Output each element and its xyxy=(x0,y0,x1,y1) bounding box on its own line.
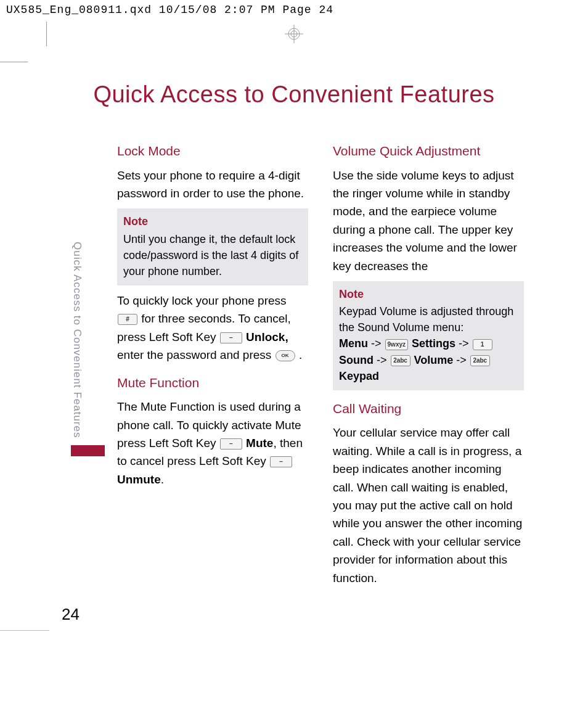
text-bold: Unlock, xyxy=(246,330,288,343)
left-soft-key-icon: – xyxy=(220,438,242,449)
column-right: Volume Quick Adjustment Use the side vol… xyxy=(333,133,524,593)
text-bold: Settings xyxy=(412,337,455,350)
note-label: Note xyxy=(123,213,302,229)
hash-key-icon: # xyxy=(118,314,137,325)
page-title: Quick Access to Convenient Features xyxy=(49,81,539,108)
heading-lock-mode: Lock Mode xyxy=(117,141,308,162)
side-tab: Quick Access to Convenient Features xyxy=(71,242,105,456)
key-2-icon: 2abc xyxy=(391,355,410,366)
para-lock-intro: Sets your phone to require a 4-digit pas… xyxy=(117,166,308,203)
left-soft-key-icon: – xyxy=(220,332,242,343)
left-soft-key-icon: – xyxy=(270,456,292,467)
para-mute: The Mute Function is used during a phone… xyxy=(117,398,308,488)
text: -> xyxy=(371,337,382,350)
key-9-icon: 9wxyz xyxy=(385,339,408,350)
note-box-lock: Note Until you change it, the default lo… xyxy=(117,208,308,285)
text: -> xyxy=(456,354,467,366)
prepress-header: UX585_Eng_080911.qxd 10/15/08 2:07 PM Pa… xyxy=(0,0,588,20)
text: To quickly lock your phone press xyxy=(117,294,287,307)
crop-rule xyxy=(0,630,49,631)
page-number: 24 xyxy=(62,605,80,624)
key-2-icon: 2abc xyxy=(470,355,490,366)
text-bold: Mute xyxy=(246,437,273,449)
text-bold: Keypad xyxy=(339,370,379,382)
text-bold: Sound xyxy=(339,354,374,366)
column-left: Lock Mode Sets your phone to require a 4… xyxy=(117,133,308,593)
key-1-icon: 1 xyxy=(473,339,492,350)
para-lock-howto: To quickly lock your phone press # for t… xyxy=(117,292,308,364)
para-volume: Use the side volume keys to adjust the r… xyxy=(333,166,524,276)
text: enter the password and press xyxy=(117,348,275,361)
note-box-volume: Note Keypad Volume is adjusted through t… xyxy=(333,281,524,390)
text: -> xyxy=(459,337,469,350)
side-tab-marker xyxy=(71,445,105,456)
note-body: Until you change it, the default lock co… xyxy=(123,233,298,277)
note-label: Note xyxy=(339,286,518,302)
heading-mute: Mute Function xyxy=(117,373,308,393)
text: . xyxy=(161,473,164,486)
text-bold: Volume xyxy=(414,354,454,366)
text-bold: Menu xyxy=(339,337,368,350)
text: . xyxy=(299,348,302,361)
note-body-line1: Keypad Volume is adjusted through the So… xyxy=(339,305,513,334)
heading-volume: Volume Quick Adjustment xyxy=(333,141,524,162)
heading-call-waiting: Call Waiting xyxy=(333,399,524,419)
text-bold: Unmute xyxy=(117,473,161,486)
text: -> xyxy=(377,354,387,366)
ok-key-icon: OK xyxy=(276,350,295,361)
para-call-waiting: Your cellular service may offer call wai… xyxy=(333,424,524,587)
side-tab-text: Quick Access to Convenient Features xyxy=(71,242,83,438)
